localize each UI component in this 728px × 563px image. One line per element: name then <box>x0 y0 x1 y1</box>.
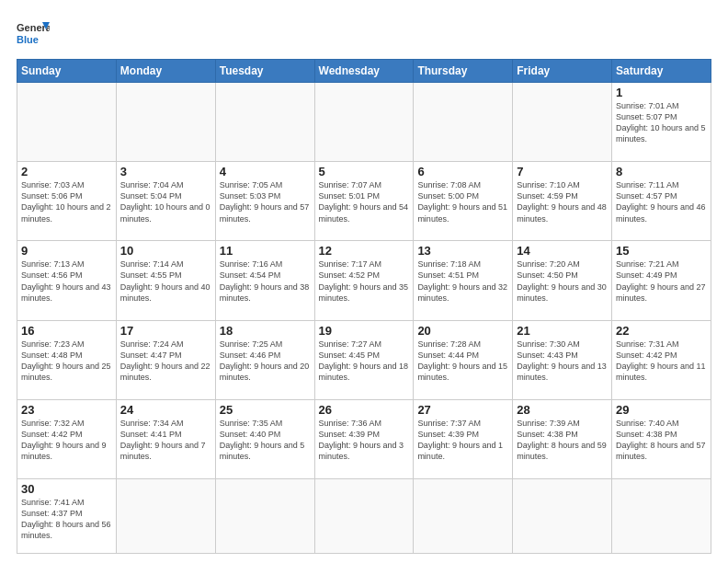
day-info: Sunrise: 7:11 AM Sunset: 4:57 PM Dayligh… <box>616 179 707 224</box>
day-number: 21 <box>517 324 608 338</box>
day-number: 30 <box>21 482 112 496</box>
calendar-cell <box>414 83 513 162</box>
day-info: Sunrise: 7:37 AM Sunset: 4:39 PM Dayligh… <box>417 418 508 463</box>
day-info: Sunrise: 7:14 AM Sunset: 4:55 PM Dayligh… <box>120 259 211 304</box>
calendar-cell <box>513 83 612 162</box>
day-number: 25 <box>220 403 311 417</box>
calendar-cell: 27Sunrise: 7:37 AM Sunset: 4:39 PM Dayli… <box>414 399 513 478</box>
day-number: 1 <box>616 86 707 99</box>
calendar-cell: 13Sunrise: 7:18 AM Sunset: 4:51 PM Dayli… <box>414 241 513 320</box>
day-number: 9 <box>21 244 112 258</box>
calendar-cell: 30Sunrise: 7:41 AM Sunset: 4:37 PM Dayli… <box>17 478 117 553</box>
calendar-week-row: 2Sunrise: 7:03 AM Sunset: 5:06 PM Daylig… <box>17 162 711 241</box>
day-number: 29 <box>616 403 707 417</box>
calendar-cell: 19Sunrise: 7:27 AM Sunset: 4:45 PM Dayli… <box>314 320 414 399</box>
calendar-cell: 7Sunrise: 7:10 AM Sunset: 4:59 PM Daylig… <box>513 162 612 241</box>
calendar-cell: 22Sunrise: 7:31 AM Sunset: 4:42 PM Dayli… <box>612 320 711 399</box>
day-number: 12 <box>319 244 410 258</box>
day-info: Sunrise: 7:08 AM Sunset: 5:00 PM Dayligh… <box>417 179 508 224</box>
col-header-saturday: Saturday <box>612 60 711 83</box>
day-info: Sunrise: 7:16 AM Sunset: 4:54 PM Dayligh… <box>220 259 311 304</box>
col-header-tuesday: Tuesday <box>215 60 314 83</box>
calendar-cell: 11Sunrise: 7:16 AM Sunset: 4:54 PM Dayli… <box>215 241 314 320</box>
day-number: 2 <box>21 165 112 178</box>
col-header-friday: Friday <box>513 60 612 83</box>
day-number: 14 <box>517 244 608 258</box>
day-info: Sunrise: 7:24 AM Sunset: 4:47 PM Dayligh… <box>120 339 211 384</box>
col-header-wednesday: Wednesday <box>314 60 414 83</box>
calendar-cell: 21Sunrise: 7:30 AM Sunset: 4:43 PM Dayli… <box>513 320 612 399</box>
day-number: 7 <box>517 165 608 178</box>
calendar-cell: 12Sunrise: 7:17 AM Sunset: 4:52 PM Dayli… <box>314 241 414 320</box>
calendar-cell: 15Sunrise: 7:21 AM Sunset: 4:49 PM Dayli… <box>612 241 711 320</box>
day-info: Sunrise: 7:04 AM Sunset: 5:04 PM Dayligh… <box>120 179 211 224</box>
calendar-header-row: SundayMondayTuesdayWednesdayThursdayFrid… <box>17 60 711 83</box>
calendar-cell: 9Sunrise: 7:13 AM Sunset: 4:56 PM Daylig… <box>17 241 117 320</box>
day-number: 17 <box>120 324 211 338</box>
calendar-cell <box>314 83 414 162</box>
calendar-cell <box>513 478 612 553</box>
calendar-week-row: 9Sunrise: 7:13 AM Sunset: 4:56 PM Daylig… <box>17 241 711 320</box>
day-info: Sunrise: 7:21 AM Sunset: 4:49 PM Dayligh… <box>616 259 707 304</box>
day-info: Sunrise: 7:25 AM Sunset: 4:46 PM Dayligh… <box>220 339 311 384</box>
calendar-cell: 28Sunrise: 7:39 AM Sunset: 4:38 PM Dayli… <box>513 399 612 478</box>
day-info: Sunrise: 7:20 AM Sunset: 4:50 PM Dayligh… <box>517 259 608 304</box>
day-number: 6 <box>417 165 508 178</box>
svg-text:Blue: Blue <box>17 34 39 45</box>
day-number: 5 <box>319 165 410 178</box>
calendar-cell: 2Sunrise: 7:03 AM Sunset: 5:06 PM Daylig… <box>17 162 117 241</box>
day-info: Sunrise: 7:40 AM Sunset: 4:38 PM Dayligh… <box>616 418 707 463</box>
day-number: 13 <box>417 244 508 258</box>
day-info: Sunrise: 7:36 AM Sunset: 4:39 PM Dayligh… <box>319 418 410 463</box>
calendar-cell: 3Sunrise: 7:04 AM Sunset: 5:04 PM Daylig… <box>116 162 215 241</box>
day-number: 16 <box>21 324 112 338</box>
calendar-cell: 29Sunrise: 7:40 AM Sunset: 4:38 PM Dayli… <box>612 399 711 478</box>
calendar-week-row: 30Sunrise: 7:41 AM Sunset: 4:37 PM Dayli… <box>17 478 711 553</box>
day-number: 23 <box>21 403 112 417</box>
day-info: Sunrise: 7:28 AM Sunset: 4:44 PM Dayligh… <box>417 339 508 384</box>
day-info: Sunrise: 7:13 AM Sunset: 4:56 PM Dayligh… <box>21 259 112 304</box>
col-header-sunday: Sunday <box>17 60 117 83</box>
day-number: 28 <box>517 403 608 417</box>
calendar-cell: 17Sunrise: 7:24 AM Sunset: 4:47 PM Dayli… <box>116 320 215 399</box>
calendar-cell: 26Sunrise: 7:36 AM Sunset: 4:39 PM Dayli… <box>314 399 414 478</box>
calendar-cell: 24Sunrise: 7:34 AM Sunset: 4:41 PM Dayli… <box>116 399 215 478</box>
day-number: 11 <box>220 244 311 258</box>
day-number: 3 <box>120 165 211 178</box>
day-number: 18 <box>220 324 311 338</box>
calendar-cell: 16Sunrise: 7:23 AM Sunset: 4:48 PM Dayli… <box>17 320 117 399</box>
calendar-cell <box>612 478 711 553</box>
day-number: 27 <box>417 403 508 417</box>
col-header-thursday: Thursday <box>414 60 513 83</box>
calendar-cell <box>116 83 215 162</box>
page: General Blue SundayMondayTuesdayWednesda… <box>0 0 728 563</box>
day-info: Sunrise: 7:07 AM Sunset: 5:01 PM Dayligh… <box>319 179 410 224</box>
calendar-cell: 23Sunrise: 7:32 AM Sunset: 4:42 PM Dayli… <box>17 399 117 478</box>
day-number: 4 <box>220 165 311 178</box>
calendar-cell: 5Sunrise: 7:07 AM Sunset: 5:01 PM Daylig… <box>314 162 414 241</box>
calendar-cell <box>116 478 215 553</box>
day-info: Sunrise: 7:10 AM Sunset: 4:59 PM Dayligh… <box>517 179 608 224</box>
calendar-cell <box>17 83 117 162</box>
day-info: Sunrise: 7:17 AM Sunset: 4:52 PM Dayligh… <box>319 259 410 304</box>
day-info: Sunrise: 7:03 AM Sunset: 5:06 PM Dayligh… <box>21 179 112 224</box>
day-number: 15 <box>616 244 707 258</box>
calendar-cell <box>414 478 513 553</box>
day-info: Sunrise: 7:34 AM Sunset: 4:41 PM Dayligh… <box>120 418 211 463</box>
col-header-monday: Monday <box>116 60 215 83</box>
day-info: Sunrise: 7:39 AM Sunset: 4:38 PM Dayligh… <box>517 418 608 463</box>
day-number: 19 <box>319 324 410 338</box>
day-info: Sunrise: 7:18 AM Sunset: 4:51 PM Dayligh… <box>417 259 508 304</box>
day-number: 26 <box>319 403 410 417</box>
calendar-week-row: 1Sunrise: 7:01 AM Sunset: 5:07 PM Daylig… <box>17 83 711 162</box>
day-info: Sunrise: 7:23 AM Sunset: 4:48 PM Dayligh… <box>21 339 112 384</box>
day-info: Sunrise: 7:31 AM Sunset: 4:42 PM Dayligh… <box>616 339 707 384</box>
calendar-cell: 20Sunrise: 7:28 AM Sunset: 4:44 PM Dayli… <box>414 320 513 399</box>
calendar-cell: 8Sunrise: 7:11 AM Sunset: 4:57 PM Daylig… <box>612 162 711 241</box>
calendar-week-row: 23Sunrise: 7:32 AM Sunset: 4:42 PM Dayli… <box>17 399 711 478</box>
day-info: Sunrise: 7:35 AM Sunset: 4:40 PM Dayligh… <box>220 418 311 463</box>
calendar-cell <box>215 83 314 162</box>
calendar-cell: 1Sunrise: 7:01 AM Sunset: 5:07 PM Daylig… <box>612 83 711 162</box>
day-info: Sunrise: 7:41 AM Sunset: 4:37 PM Dayligh… <box>21 497 112 542</box>
calendar-table: SundayMondayTuesdayWednesdayThursdayFrid… <box>17 59 711 554</box>
